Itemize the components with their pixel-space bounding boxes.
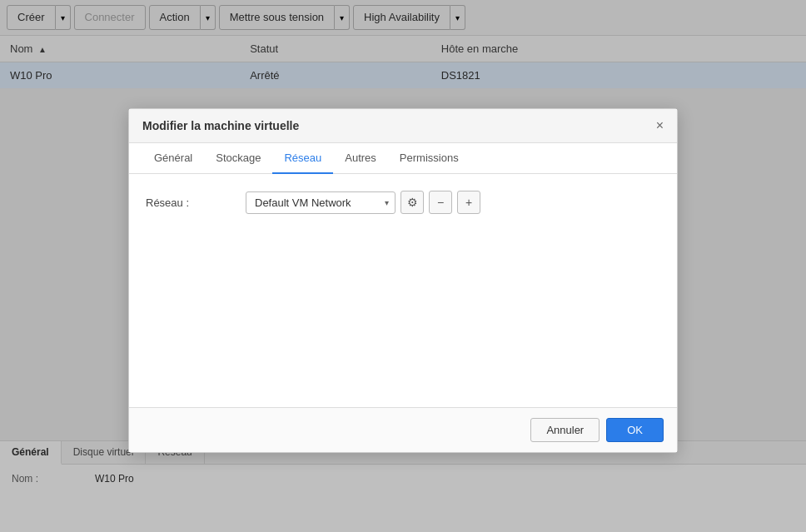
modal-tab-permissions[interactable]: Permissions bbox=[388, 143, 470, 174]
network-settings-button[interactable]: ⚙ bbox=[401, 191, 424, 214]
network-add-button[interactable]: + bbox=[457, 191, 480, 214]
modal-tab-reseau[interactable]: Réseau bbox=[272, 143, 333, 174]
network-form-row: Réseau : Default VM Network Bridge Netwo… bbox=[146, 191, 660, 214]
modal-tabs: Général Stockage Réseau Autres Permissio… bbox=[129, 143, 677, 174]
cancel-button[interactable]: Annuler bbox=[530, 418, 600, 442]
modal-overlay: Modifier la machine virtuelle × Général … bbox=[0, 0, 806, 532]
network-select[interactable]: Default VM Network Bridge Network Host-o… bbox=[246, 191, 396, 214]
modal-tab-general[interactable]: Général bbox=[142, 143, 204, 174]
network-controls: Default VM Network Bridge Network Host-o… bbox=[246, 191, 480, 214]
modal-footer: Annuler OK bbox=[129, 407, 677, 452]
network-select-wrapper: Default VM Network Bridge Network Host-o… bbox=[246, 191, 396, 214]
modal-body: Réseau : Default VM Network Bridge Netwo… bbox=[129, 174, 677, 407]
network-label: Réseau : bbox=[146, 196, 246, 209]
modal-header: Modifier la machine virtuelle × bbox=[129, 109, 677, 143]
modal-tab-autres[interactable]: Autres bbox=[333, 143, 388, 174]
modal-tab-stockage[interactable]: Stockage bbox=[204, 143, 272, 174]
network-remove-button[interactable]: − bbox=[429, 191, 452, 214]
modal-close-button[interactable]: × bbox=[656, 119, 664, 132]
ok-button[interactable]: OK bbox=[606, 418, 664, 442]
modal-edit-vm: Modifier la machine virtuelle × Général … bbox=[128, 108, 678, 453]
modal-title: Modifier la machine virtuelle bbox=[142, 119, 299, 132]
